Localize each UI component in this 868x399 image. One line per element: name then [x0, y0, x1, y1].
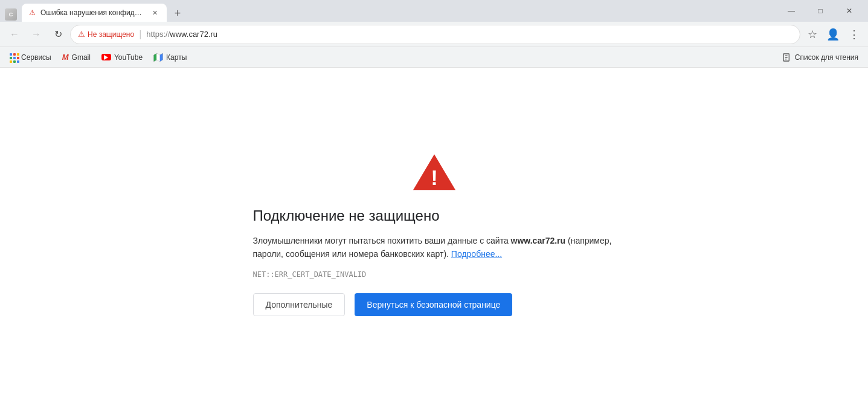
address-bar: ← → ↻ ⚠ Не защищено | https://www.car72.… [0, 22, 868, 47]
error-title: Подключение не защищено [253, 207, 440, 224]
active-tab[interactable]: ⚠ Ошибка нарушения конфиден... ✕ [22, 4, 167, 22]
tab-title: Ошибка нарушения конфиден... [40, 8, 145, 17]
bookmark-youtube[interactable]: YouTube [97, 51, 147, 64]
error-site-name: www.car72.ru [511, 236, 566, 245]
reading-list-icon [782, 53, 792, 62]
gmail-icon: M [62, 53, 69, 62]
youtube-icon [101, 54, 111, 60]
reading-list-label: Список для чтения [795, 53, 858, 62]
error-code: NET::ERR_CERT_DATE_INVALID [253, 270, 367, 279]
url-host: www.car72.ru [170, 30, 217, 39]
back-button[interactable]: ← [5, 25, 24, 44]
title-bar: C ⚠ Ошибка нарушения конфиден... ✕ + — □… [0, 0, 868, 22]
url-bar[interactable]: ⚠ Не защищено | https://www.car72.ru [70, 25, 800, 44]
maps-label: Карты [166, 53, 187, 62]
apps-grid-icon [10, 53, 18, 62]
forward-button[interactable]: → [27, 25, 46, 44]
close-button[interactable]: ✕ [835, 0, 863, 22]
bookmark-maps[interactable]: Карты [149, 50, 191, 65]
error-container: ! Подключение не защищено Злоумышленники… [253, 151, 616, 317]
bookmark-gmail[interactable]: M Gmail [57, 50, 95, 64]
apps-label: Сервисы [21, 53, 51, 62]
tab-favicon: ⚠ [29, 8, 36, 17]
error-description-prefix: Злоумышленники могут пытаться похитить в… [253, 236, 511, 245]
reload-button[interactable]: ↻ [48, 25, 68, 44]
warning-icon: ⚠ [78, 30, 85, 39]
bookmark-star-button[interactable]: ☆ [803, 25, 822, 44]
gmail-label: Gmail [72, 53, 91, 62]
error-page: ! Подключение не защищено Злоумышленники… [0, 68, 868, 399]
bookmarks-bar: Сервисы M Gmail YouTube Карты Список для… [0, 47, 868, 68]
error-actions: Дополнительные Вернуться к безопасной ст… [253, 293, 616, 316]
error-icon-area: ! [253, 151, 616, 193]
back-to-safety-button[interactable]: Вернуться к безопасной странице [355, 293, 512, 316]
url-protocol: https:// [146, 30, 170, 39]
minimize-button[interactable]: — [777, 0, 805, 22]
learn-more-link[interactable]: Подробнее... [451, 249, 502, 259]
youtube-label: YouTube [114, 53, 143, 62]
error-description: Злоумышленники могут пытаться похитить в… [253, 234, 616, 261]
profile-button[interactable]: 👤 [823, 25, 843, 44]
security-warning[interactable]: ⚠ Не защищено [78, 30, 134, 39]
tab-close-button[interactable]: ✕ [150, 8, 159, 18]
url-text: https://www.car72.ru [146, 30, 217, 39]
advanced-button[interactable]: Дополнительные [253, 293, 346, 316]
tab-area: C ⚠ Ошибка нарушения конфиден... ✕ + [5, 0, 773, 22]
bookmark-apps[interactable]: Сервисы [5, 51, 56, 64]
maximize-button[interactable]: □ [806, 0, 834, 22]
security-label: Не защищено [88, 30, 134, 39]
reading-list-button[interactable]: Список для чтения [777, 50, 863, 65]
maps-icon [153, 53, 163, 62]
window-controls: — □ ✕ [777, 0, 863, 22]
svg-text:!: ! [431, 166, 438, 189]
menu-button[interactable]: ⋮ [844, 25, 863, 44]
error-warning-icon: ! [410, 151, 458, 193]
browser-logo: C [5, 8, 17, 21]
url-separator: | [139, 29, 141, 40]
new-tab-button[interactable]: + [169, 5, 186, 22]
address-bar-actions: ☆ 👤 ⋮ [803, 25, 863, 44]
